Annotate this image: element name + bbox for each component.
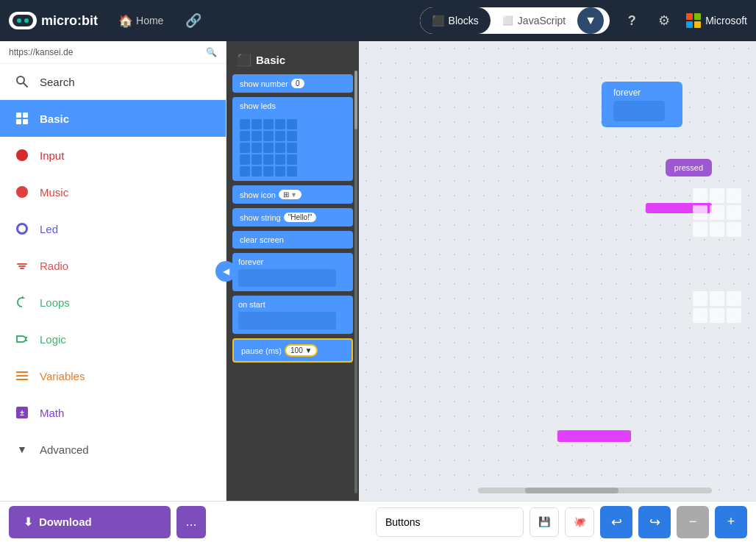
button-pressed-label: pressed — [674, 163, 703, 172]
svg-rect-4 — [16, 119, 21, 124]
bottom-bar: ⬇ Download ... 💾 🐙 ↩ ↪ − + — [0, 501, 756, 542]
on-start-label: on start — [238, 300, 347, 309]
category-math[interactable]: ± Math — [0, 394, 226, 431]
undo-button[interactable]: ↩ — [600, 506, 632, 538]
category-logic[interactable]: Logic — [0, 321, 226, 357]
chevron-down-icon: ▼ — [585, 14, 596, 27]
blocks-grid-icon: ⬛ — [237, 53, 252, 67]
show-string-block[interactable]: show string "Hello!" — [232, 208, 353, 227]
download-label: Download — [39, 516, 92, 528]
music-label: Music — [40, 186, 68, 199]
home-label: Home — [136, 15, 163, 26]
magenta-bottom-block[interactable] — [557, 430, 631, 442]
pause-value: 100 ▼ — [285, 344, 318, 357]
pause-block[interactable]: pause (ms) 100 ▼ — [232, 338, 353, 363]
download-button[interactable]: ⬇ Download — [9, 506, 171, 538]
svg-marker-9 — [22, 296, 25, 299]
help-button[interactable]: ? — [618, 7, 645, 34]
clear-screen-label: clear screen — [240, 235, 284, 244]
radio-label: Radio — [40, 260, 68, 272]
input-label: Input — [40, 149, 64, 162]
more-options-button[interactable]: ... — [176, 506, 206, 538]
category-input[interactable]: Input — [0, 137, 226, 174]
led-grid-preview — [240, 119, 297, 176]
microsoft-label: Microsoft — [705, 15, 747, 26]
plus-icon: + — [727, 514, 735, 529]
category-basic[interactable]: Basic — [0, 100, 226, 137]
radio-icon — [12, 255, 32, 276]
pause-label: pause (ms) — [241, 346, 282, 355]
svg-line-1 — [24, 83, 27, 87]
led-icon — [12, 218, 32, 239]
home-icon: 🏠 — [118, 14, 133, 28]
show-leds-block[interactable]: show leds — [232, 97, 353, 181]
category-led[interactable]: Led — [0, 210, 226, 247]
js-icon: ⬜ — [502, 15, 513, 26]
svg-rect-2 — [16, 113, 21, 118]
show-number-block[interactable]: show number 0 — [232, 74, 353, 93]
category-music[interactable]: Music — [0, 174, 226, 210]
show-icon-block[interactable]: show icon ⊞ ▼ — [232, 185, 353, 204]
main-area: ▲ — [0, 41, 756, 501]
search-icon — [12, 71, 32, 92]
project-name-input[interactable] — [376, 507, 524, 537]
panel-collapse-button[interactable]: ◀ — [215, 261, 236, 282]
microsoft-logo[interactable]: Microsoft — [686, 13, 747, 28]
show-string-value: "Hello!" — [284, 213, 317, 222]
clear-screen-block[interactable]: clear screen — [232, 231, 353, 249]
settings-button[interactable]: ⚙ — [651, 7, 677, 34]
search-item[interactable]: Search — [0, 64, 226, 100]
forever-workspace-block[interactable]: forever — [602, 82, 682, 127]
redo-button[interactable]: ↪ — [638, 506, 671, 538]
save-button[interactable]: 💾 — [529, 507, 559, 537]
more-icon: ... — [185, 514, 196, 529]
button-pressed-block[interactable]: pressed — [666, 159, 712, 176]
blocks-scrollbar[interactable] — [354, 71, 357, 493]
zoom-in-button[interactable]: + — [715, 506, 747, 538]
workspace[interactable]: forever pressed — [359, 41, 756, 501]
input-icon — [12, 145, 32, 165]
home-nav-item[interactable]: 🏠 Home — [110, 10, 172, 32]
github-button[interactable]: 🐙 — [565, 507, 594, 537]
url-bar: https://kansei.de 🔍 — [0, 41, 226, 64]
category-radio[interactable]: Radio — [0, 247, 226, 284]
history-buttons: ↩ ↪ − + — [600, 506, 747, 538]
category-advanced[interactable]: ▼ Advanced — [0, 431, 226, 468]
javascript-toggle-button[interactable]: ⬜ JavaScript — [491, 7, 577, 34]
left-arrow-icon: ◀ — [223, 266, 229, 277]
svg-rect-6 — [17, 263, 27, 265]
blocks-header-label: Basic — [256, 54, 285, 66]
logo[interactable]: micro:bit — [9, 12, 98, 29]
logo-icon — [9, 12, 37, 29]
zoom-out-button[interactable]: − — [677, 506, 709, 538]
blocks-icon: ⬛ — [432, 15, 444, 26]
logic-label: Logic — [40, 333, 66, 346]
top-navigation: micro:bit 🏠 Home 🔗 ⬛ Blocks ⬜ JavaScript… — [0, 0, 756, 41]
on-start-block-palette[interactable]: on start — [232, 296, 353, 334]
language-dropdown-button[interactable]: ▼ — [577, 7, 604, 34]
search-url-icon[interactable]: 🔍 — [206, 47, 217, 57]
show-icon-label: show icon — [240, 190, 276, 199]
math-label: Math — [40, 407, 64, 419]
share-button[interactable]: 🔗 — [178, 8, 209, 33]
horizontal-scrollbar[interactable] — [478, 488, 712, 493]
url-text: https://kansei.de — [9, 47, 73, 57]
redo-icon: ↪ — [649, 514, 660, 530]
music-icon — [12, 182, 32, 202]
svg-rect-7 — [18, 265, 26, 267]
blocks-toggle-button[interactable]: ⬛ Blocks — [420, 7, 491, 34]
show-leds-label: show leds — [240, 101, 276, 110]
svg-rect-8 — [20, 268, 24, 269]
category-variables[interactable]: Variables — [0, 357, 226, 394]
share-icon: 🔗 — [185, 13, 202, 28]
basic-label: Basic — [40, 113, 69, 125]
category-loops[interactable]: Loops — [0, 284, 226, 321]
scrollbar-thumb[interactable] — [354, 71, 357, 129]
expand-icon: ▼ — [12, 439, 32, 460]
blocks-header: ⬛ Basic — [232, 47, 353, 70]
loops-icon — [12, 292, 32, 313]
show-icon-value: ⊞ ▼ — [279, 190, 302, 199]
forever-block-palette[interactable]: forever — [232, 253, 353, 291]
svg-rect-5 — [23, 119, 28, 124]
left-panel: ▲ — [0, 41, 227, 501]
